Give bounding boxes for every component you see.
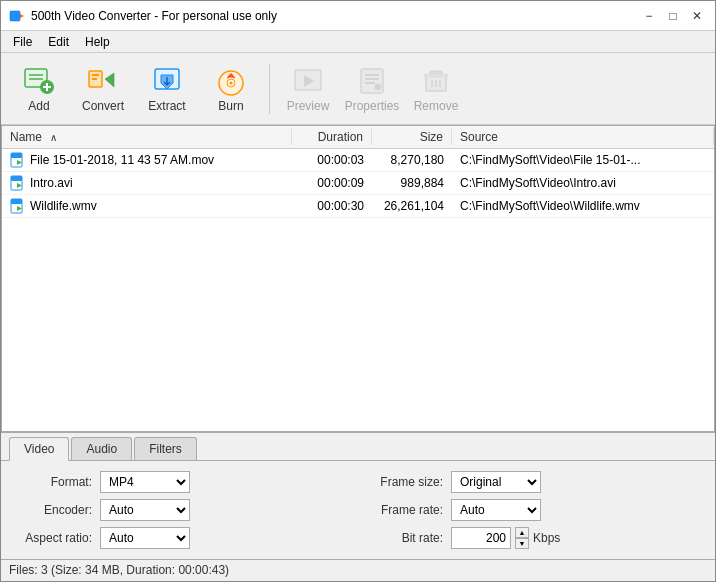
file-list: Name ∧ Duration Size Source File 15-01-2…: [1, 125, 715, 432]
app-icon: [9, 8, 25, 24]
file-size-3: 26,261,104: [372, 198, 452, 214]
svg-rect-30: [11, 153, 22, 158]
table-row[interactable]: File 15-01-2018, 11 43 57 AM.mov 00:00:0…: [2, 149, 714, 172]
video-file-icon: [10, 152, 26, 168]
frame-rate-label: Frame rate:: [368, 503, 443, 517]
file-source-1: C:\FindMySoft\Video\File 15-01-...: [452, 152, 714, 168]
window-title: 500th Video Converter - For personal use…: [31, 9, 277, 23]
extract-label: Extract: [148, 99, 185, 113]
title-bar-left: 500th Video Converter - For personal use…: [9, 8, 277, 24]
main-window: 500th Video Converter - For personal use…: [0, 0, 716, 582]
header-duration[interactable]: Duration: [292, 129, 372, 145]
tab-audio[interactable]: Audio: [71, 437, 132, 460]
aspect-ratio-row: Aspect ratio: Auto 4:3 16:9: [17, 527, 348, 549]
status-bar: Files: 3 (Size: 34 MB, Duration: 00:00:4…: [1, 559, 715, 581]
header-size[interactable]: Size: [372, 129, 452, 145]
svg-point-22: [375, 84, 381, 90]
file-name-3: Wildlife.wmv: [2, 197, 292, 215]
bit-rate-control: 200 ▲ ▼ Kbps: [451, 527, 560, 549]
preview-label: Preview: [287, 99, 330, 113]
burn-button[interactable]: Burn: [201, 59, 261, 119]
bit-rate-row: Bit rate: 200 ▲ ▼ Kbps: [368, 527, 699, 549]
title-bar-controls: − □ ✕: [639, 6, 707, 26]
spin-down-button[interactable]: ▼: [515, 538, 529, 549]
file-duration-1: 00:00:03: [292, 152, 372, 168]
aspect-ratio-label: Aspect ratio:: [17, 531, 92, 545]
svg-marker-1: [20, 14, 24, 18]
frame-size-select[interactable]: Original 1920x1080 1280x720: [451, 471, 541, 493]
encoder-label: Encoder:: [17, 503, 92, 517]
add-label: Add: [28, 99, 49, 113]
toolbar: Add Convert Extract: [1, 53, 715, 125]
extract-button[interactable]: Extract: [137, 59, 197, 119]
format-row: Format: MP4 AVI MKV MOV WMV: [17, 471, 348, 493]
menu-help[interactable]: Help: [77, 33, 118, 50]
spin-buttons: ▲ ▼: [515, 527, 529, 549]
frame-rate-select[interactable]: Auto 24 30 60: [451, 499, 541, 521]
properties-icon: [356, 65, 388, 97]
bottom-panel: Video Audio Filters Format: MP4 AVI MKV …: [1, 432, 715, 559]
bit-rate-input[interactable]: 200: [451, 527, 511, 549]
preview-button: Preview: [278, 59, 338, 119]
file-list-body: File 15-01-2018, 11 43 57 AM.mov 00:00:0…: [2, 149, 714, 431]
svg-rect-20: [365, 78, 379, 80]
frame-size-label: Frame size:: [368, 475, 443, 489]
video-file-icon: [10, 175, 26, 191]
convert-label: Convert: [82, 99, 124, 113]
header-source[interactable]: Source: [452, 129, 714, 145]
minimize-button[interactable]: −: [639, 6, 659, 26]
bit-rate-label: Bit rate:: [368, 531, 443, 545]
remove-button: Remove: [406, 59, 466, 119]
title-bar: 500th Video Converter - For personal use…: [1, 1, 715, 31]
file-list-header: Name ∧ Duration Size Source: [2, 126, 714, 149]
file-duration-2: 00:00:09: [292, 175, 372, 191]
file-source-2: C:\FindMySoft\Video\Intro.avi: [452, 175, 714, 191]
tab-video[interactable]: Video: [9, 437, 69, 461]
video-file-icon: [10, 198, 26, 214]
status-text: Files: 3 (Size: 34 MB, Duration: 00:00:4…: [9, 563, 229, 577]
burn-icon: [215, 65, 247, 97]
header-name[interactable]: Name ∧: [2, 129, 292, 145]
svg-rect-9: [92, 74, 99, 76]
convert-icon: [87, 65, 119, 97]
svg-rect-19: [365, 74, 379, 76]
file-duration-3: 00:00:30: [292, 198, 372, 214]
add-button[interactable]: Add: [9, 59, 69, 119]
tab-bar: Video Audio Filters: [1, 433, 715, 461]
svg-rect-28: [424, 74, 448, 77]
menu-bar: File Edit Help: [1, 31, 715, 53]
settings-left: Format: MP4 AVI MKV MOV WMV Encoder: Aut…: [17, 471, 348, 549]
settings-right: Frame size: Original 1920x1080 1280x720 …: [368, 471, 699, 549]
tab-filters[interactable]: Filters: [134, 437, 197, 460]
burn-label: Burn: [218, 99, 243, 113]
convert-button[interactable]: Convert: [73, 59, 133, 119]
svg-rect-10: [92, 78, 97, 80]
remove-label: Remove: [414, 99, 459, 113]
svg-point-15: [230, 81, 233, 84]
close-button[interactable]: ✕: [687, 6, 707, 26]
properties-button: Properties: [342, 59, 402, 119]
file-size-2: 989,884: [372, 175, 452, 191]
frame-size-row: Frame size: Original 1920x1080 1280x720: [368, 471, 699, 493]
frame-rate-row: Frame rate: Auto 24 30 60: [368, 499, 699, 521]
encoder-select[interactable]: Auto H.264 H.265: [100, 499, 190, 521]
menu-edit[interactable]: Edit: [40, 33, 77, 50]
menu-file[interactable]: File: [5, 33, 40, 50]
svg-rect-21: [365, 82, 375, 84]
encoder-row: Encoder: Auto H.264 H.265: [17, 499, 348, 521]
remove-icon: [420, 65, 452, 97]
table-row[interactable]: Wildlife.wmv 00:00:30 26,261,104 C:\Find…: [2, 195, 714, 218]
svg-rect-0: [10, 11, 20, 21]
maximize-button[interactable]: □: [663, 6, 683, 26]
table-row[interactable]: Intro.avi 00:00:09 989,884 C:\FindMySoft…: [2, 172, 714, 195]
properties-label: Properties: [345, 99, 400, 113]
spin-up-button[interactable]: ▲: [515, 527, 529, 538]
aspect-ratio-select[interactable]: Auto 4:3 16:9: [100, 527, 190, 549]
format-select[interactable]: MP4 AVI MKV MOV WMV: [100, 471, 190, 493]
kbps-label: Kbps: [533, 531, 560, 545]
file-source-3: C:\FindMySoft\Video\Wildlife.wmv: [452, 198, 714, 214]
format-label: Format:: [17, 475, 92, 489]
svg-rect-36: [11, 199, 22, 204]
add-icon: [23, 65, 55, 97]
settings-panel: Format: MP4 AVI MKV MOV WMV Encoder: Aut…: [1, 461, 715, 559]
